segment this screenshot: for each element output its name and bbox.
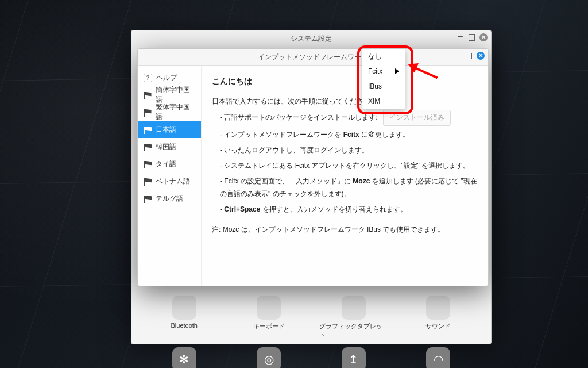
sidebar-item-label: 日本語 — [156, 125, 176, 135]
step-4: - システムトレイにある Fcitx アプレットを右クリックし、"設定" を選択… — [220, 159, 478, 172]
sidebar-item-label: ベトナム語 — [156, 177, 190, 186]
mouse-icon: ↥ — [342, 347, 366, 368]
language-sidebar: ? ヘルプ 簡体字中国語 繁体字中国語 日本語 韓国語 タイ語 — [138, 66, 202, 286]
step-6: - Ctrl+Space を押すと、入力メソッドを切り替えられます。 — [220, 203, 478, 216]
submenu-indicator-icon — [395, 68, 399, 74]
install-status-button[interactable]: インストール済み — [383, 110, 451, 126]
tile-label: グラフィックタブレット — [319, 322, 388, 339]
content-heading: こんにちは — [212, 74, 478, 89]
settings-tile-row: Bluetooth キーボード グラフィックタブレット サウンド — [131, 296, 491, 339]
sidebar-item-label: ヘルプ — [156, 73, 177, 83]
step-1: - 言語サポートのパッケージをインストールします: インストール済み — [220, 110, 478, 126]
sidebar-item-help[interactable]: ? ヘルプ — [138, 69, 201, 86]
content-note: 注: Mozc は、インプットメソッドフレームワーク IBus でも使用できます… — [212, 223, 478, 236]
maximize-button[interactable] — [466, 53, 472, 59]
instructions-content: こんにちは 日本語で入力するには、次の手順に従ってください: - 言語サポートの… — [202, 66, 488, 286]
minimize-button[interactable]: – — [454, 51, 461, 57]
settings-tile[interactable]: ◎ — [234, 347, 303, 368]
flag-icon — [144, 109, 152, 116]
flag-icon — [144, 144, 152, 150]
sidebar-item-ja[interactable]: 日本語 — [138, 121, 201, 138]
flag-icon — [144, 92, 152, 98]
dropdown-item-ibus[interactable]: IBus — [362, 79, 405, 94]
settings-tile-sound[interactable]: サウンド — [404, 296, 473, 339]
network-icon: ◠ — [426, 347, 450, 368]
sidebar-item-label: テルグ語 — [156, 194, 183, 204]
sidebar-item-vi[interactable]: ベトナム語 — [138, 172, 201, 190]
content-intro: 日本語で入力するには、次の手順に従ってください: — [212, 95, 478, 108]
settings-tile-keyboard[interactable]: キーボード — [234, 296, 303, 339]
dropdown-item-fcitx[interactable]: Fcitx — [362, 64, 405, 79]
bluetooth-icon — [172, 296, 196, 320]
im-title: インプットメソッドフレームワーク — [258, 52, 368, 62]
flag-icon — [144, 126, 152, 133]
tile-label: サウンド — [425, 322, 451, 331]
gear-icon: ✻ — [172, 347, 196, 368]
keyboard-icon — [257, 296, 281, 320]
tile-label: キーボード — [253, 322, 285, 331]
dropdown-label: XIM — [368, 97, 380, 105]
minimize-button[interactable]: – — [457, 32, 464, 39]
help-icon: ? — [144, 74, 152, 82]
sidebar-item-ko[interactable]: 韓国語 — [138, 138, 201, 155]
dropdown-item-none[interactable]: なし — [362, 49, 405, 64]
sidebar-item-th[interactable]: タイ語 — [138, 155, 201, 172]
tablet-icon — [342, 296, 366, 320]
sidebar-item-label: 繁体字中国語 — [156, 102, 195, 122]
sidebar-item-label: 韓国語 — [156, 142, 176, 152]
dropdown-label: Fcitx — [368, 67, 382, 75]
flag-icon — [144, 178, 152, 185]
tile-label: Bluetooth — [171, 322, 198, 329]
sidebar-item-label: 簡体字中国語 — [156, 85, 195, 105]
maximize-button[interactable] — [469, 34, 475, 41]
input-method-window: インプットメソッドフレームワーク – ✕ ? ヘルプ 簡体字中国語 繁体字中国語… — [137, 48, 489, 286]
close-button[interactable]: ✕ — [479, 33, 488, 41]
camera-icon: ◎ — [257, 347, 281, 368]
sidebar-item-te[interactable]: テルグ語 — [138, 190, 201, 207]
step-3: - いったんログアウトし、再度ログインします。 — [220, 144, 478, 157]
dropdown-label: IBus — [368, 82, 382, 90]
sidebar-item-zh-tw[interactable]: 繁体字中国語 — [138, 103, 201, 121]
step-2: - インプットメソッドフレームワークを Fcitx に変更します。 — [220, 128, 478, 141]
settings-title: システム設定 — [291, 34, 332, 44]
settings-tile[interactable]: ✻ — [150, 347, 219, 368]
sidebar-item-zh-cn[interactable]: 簡体字中国語 — [138, 86, 201, 103]
settings-tile[interactable]: ◠ — [404, 347, 473, 368]
dropdown-label: なし — [368, 52, 382, 62]
flag-icon — [144, 161, 152, 167]
settings-tile-bluetooth[interactable]: Bluetooth — [150, 296, 219, 339]
flag-icon — [144, 195, 152, 202]
sidebar-item-label: タイ語 — [156, 159, 176, 169]
step-5: - Fcitx の設定画面で、「入力メソッド」に Mozc を追加します (必要… — [220, 175, 478, 201]
settings-tile-row2: ✻ ◎ ↥ ◠ — [131, 347, 491, 368]
im-titlebar: インプットメソッドフレームワーク – ✕ — [138, 49, 488, 66]
close-button[interactable]: ✕ — [477, 52, 485, 60]
framework-dropdown[interactable]: なし Fcitx IBus XIM — [362, 48, 405, 109]
settings-titlebar: システム設定 – ✕ — [131, 30, 491, 47]
settings-tile[interactable]: ↥ — [319, 347, 388, 368]
settings-tile-tablet[interactable]: グラフィックタブレット — [319, 296, 388, 339]
sound-icon — [426, 296, 450, 320]
dropdown-item-xim[interactable]: XIM — [362, 94, 405, 109]
